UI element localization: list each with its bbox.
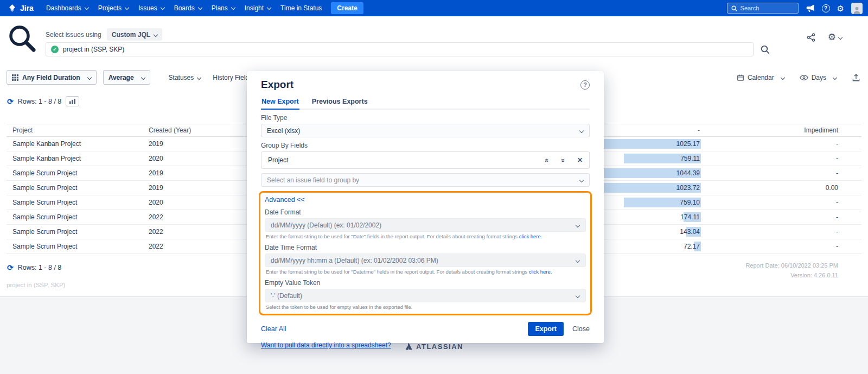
chevron-down-icon (833, 75, 837, 79)
file-type-label: File Type (261, 114, 590, 122)
chart-view-button[interactable] (66, 96, 79, 106)
nav-item-dashboards[interactable]: Dashboards (41, 4, 93, 12)
cell-project: Sample Scrum Project (7, 199, 149, 206)
move-bottom-icon[interactable]: » (560, 158, 567, 162)
search-icon (731, 5, 737, 11)
gear-icon[interactable]: ⚙ (837, 4, 844, 12)
cell-project: Sample Scrum Project (7, 213, 149, 221)
cell-value: 1023.72 (587, 181, 701, 195)
nav-item-insight[interactable]: Insight (240, 4, 276, 12)
search-placeholder: Search (741, 5, 760, 11)
avatar[interactable] (851, 3, 863, 14)
header-created-year: Created (Year) (149, 126, 257, 134)
run-search-icon[interactable] (761, 45, 770, 54)
query-header: Select issues using Custom JQL ✓ project… (0, 16, 868, 65)
export-button[interactable]: Export (528, 322, 564, 336)
chevron-down-icon (576, 258, 580, 263)
cell-project: Sample Scrum Project (7, 169, 149, 177)
cell-project: Sample Scrum Project (7, 243, 149, 250)
date-format-label: Date Format (265, 208, 586, 216)
date-time-format-label: Date Time Format (265, 244, 586, 251)
cell-impediment: 0.00 (701, 184, 861, 192)
cell-created-year: 2019 (149, 169, 257, 177)
statuses-dropdown[interactable]: Statuses (169, 74, 201, 81)
unit-dropdown[interactable]: Days (800, 74, 837, 81)
field-duration-label: Any Field Duration (22, 74, 80, 81)
chevron-down-icon (197, 75, 201, 79)
chevron-down-icon (576, 223, 580, 227)
share-icon[interactable] (806, 33, 816, 42)
global-search-input[interactable]: Search (727, 3, 799, 14)
remove-icon[interactable]: ✕ (577, 156, 583, 164)
help-icon[interactable]: ? (822, 4, 830, 12)
settings-gear-icon[interactable]: ⚙ (828, 31, 842, 43)
cell-value: 174.11 (587, 210, 701, 224)
date-format-select[interactable]: dd/MM/yyyy (Default) (ex: 01/02/2002) (265, 218, 586, 232)
empty-value-select[interactable]: '-' (Default) (265, 289, 586, 302)
tab-previous-exports[interactable]: Previous Exports (311, 95, 368, 109)
select-issues-label: Select issues using (46, 31, 101, 39)
cell-value: 143.04 (587, 225, 701, 239)
aggregation-dropdown[interactable]: Average (103, 70, 150, 85)
date-time-format-value: dd/MM/yyyy hh:mm a (Default) (ex: 01/02/… (271, 257, 438, 264)
chevron-down-icon (84, 5, 88, 10)
date-time-format-select[interactable]: dd/MM/yyyy hh:mm a (Default) (ex: 01/02/… (265, 253, 586, 267)
cell-project: Sample Kanban Project (7, 155, 149, 162)
click-here-link[interactable]: click here. (519, 233, 542, 239)
nav-item-issues[interactable]: Issues (133, 4, 169, 12)
calendar-dropdown[interactable]: Calendar (737, 74, 784, 81)
group-by-select[interactable]: Select an issue field to group by (261, 173, 590, 187)
rows-summary-top: ⟳ Rows: 1 - 8 / 8 (7, 96, 79, 106)
jql-row: ✓ project in (SSP, SKP) (46, 42, 770, 56)
advanced-toggle-link[interactable]: Advanced << (265, 196, 305, 204)
nav-item-plans[interactable]: Plans (207, 4, 240, 12)
jql-input[interactable]: ✓ project in (SSP, SKP) (46, 42, 754, 56)
chevron-down-icon (780, 75, 784, 79)
nav-item-boards[interactable]: Boards (169, 4, 207, 12)
file-type-value: Excel (xlsx) (267, 127, 300, 135)
nav-item-projects[interactable]: Projects (93, 4, 133, 12)
cell-impediment: - (701, 213, 861, 221)
cell-impediment: - (701, 243, 861, 250)
chevron-down-icon (160, 5, 164, 10)
jira-logo-icon (8, 4, 17, 13)
chevron-down-icon (154, 32, 158, 36)
chevron-down-icon (125, 5, 129, 10)
jql-mode-label: Custom JQL (112, 31, 150, 39)
tab-new-export[interactable]: New Export (261, 95, 299, 110)
chevron-down-icon (579, 178, 584, 182)
export-icon[interactable] (852, 73, 860, 82)
close-button[interactable]: Close (572, 325, 590, 333)
nav-item-time-in-status[interactable]: Time in Status (276, 4, 327, 12)
jira-brand[interactable]: Jira (8, 4, 34, 13)
header-project: Project (7, 126, 149, 134)
chevron-down-icon (87, 75, 91, 79)
spreadsheet-link[interactable]: Want to pull data directly into a spread… (261, 341, 391, 349)
brand-label: Jira (20, 4, 34, 12)
click-here-link[interactable]: click here. (529, 269, 552, 275)
cell-value: 1044.39 (587, 166, 701, 180)
create-button[interactable]: Create (331, 2, 363, 14)
cell-impediment: - (701, 169, 861, 177)
rows-summary-bottom: ⟳ Rows: 1 - 8 / 8 (7, 264, 61, 271)
clear-all-link[interactable]: Clear All (261, 325, 286, 333)
cell-created-year: 2022 (149, 228, 257, 236)
header-actions: ⚙ (806, 31, 842, 43)
field-duration-dropdown[interactable]: Any Field Duration (7, 70, 97, 85)
dialog-help-icon[interactable]: ? (580, 80, 590, 90)
move-top-icon[interactable]: « (544, 158, 551, 162)
cell-project: Sample Scrum Project (7, 228, 149, 236)
refresh-icon[interactable]: ⟳ (7, 264, 14, 271)
jql-mode-dropdown[interactable]: Custom JQL (107, 28, 162, 41)
chevron-down-icon (231, 5, 235, 10)
empty-value-help: Select the token to be used for empty va… (266, 304, 585, 310)
header-impediment: Impediment (701, 126, 861, 134)
file-type-select[interactable]: Excel (xlsx) (261, 124, 590, 137)
cell-value: 759.10 (587, 195, 701, 210)
chevron-down-icon (576, 294, 580, 298)
header-value: - (587, 124, 701, 136)
grid-icon (12, 74, 18, 81)
export-dialog: Export ? New Export Previous Exports Fil… (247, 71, 604, 343)
refresh-icon[interactable]: ⟳ (7, 98, 14, 105)
megaphone-icon[interactable] (806, 4, 815, 12)
